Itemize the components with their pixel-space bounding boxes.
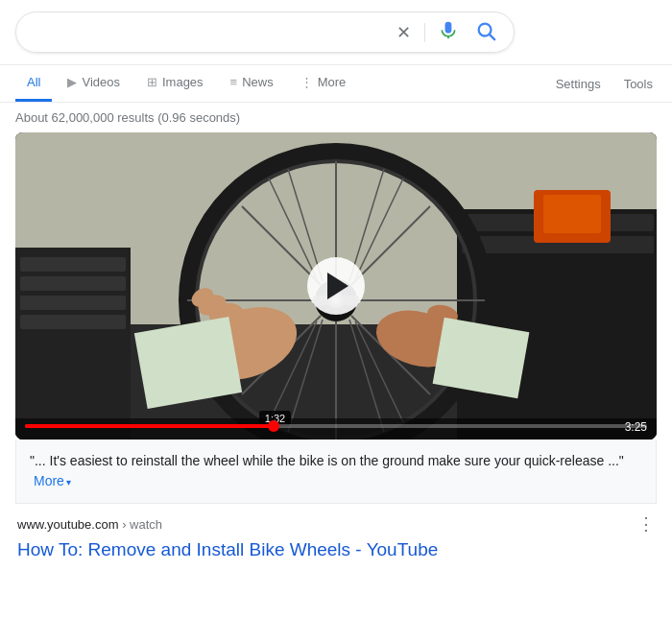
tab-news-label: News [242,75,274,89]
search-input[interactable]: how to install the wheel on a bike [30,24,393,41]
play-button[interactable] [307,257,365,315]
tab-news[interactable]: ≡ News [219,65,285,102]
tab-more-label: More [318,75,347,89]
tab-videos[interactable]: ▶ Videos [56,65,132,102]
mic-icon [439,21,458,40]
tools-link[interactable]: Tools [620,67,657,101]
progress-bar[interactable] [25,424,647,428]
tab-all-label: All [27,75,40,89]
result-url-path: › watch [122,517,162,532]
svg-rect-9 [20,315,126,329]
clear-search-button[interactable]: ✕ [393,22,415,43]
snippet-more-link[interactable]: More▾ [34,473,71,488]
tab-more[interactable]: ⋮ More [289,65,358,102]
result-title-text: How To: Remove and Install Bike Wheels -… [17,539,438,559]
results-count-text: About 62,000,000 results (0.96 seconds) [15,110,240,125]
svg-line-1 [490,35,494,39]
progress-thumb [268,420,279,432]
result-title-link[interactable]: How To: Remove and Install Bike Wheels -… [17,539,438,559]
svg-rect-14 [543,195,601,233]
news-icon: ≡ [230,75,238,89]
nav-right: Settings Tools [552,67,657,101]
svg-rect-7 [20,276,126,291]
result-meta: www.youtube.com › watch ⋮ How To: Remove… [15,513,657,562]
snippet-more-label: More [34,473,64,488]
search-icons: ✕ [393,20,500,44]
search-bar-area: how to install the wheel on a bike ✕ [0,0,672,65]
search-button[interactable] [471,20,500,44]
chevron-down-icon: ▾ [66,477,71,487]
result-url-row: www.youtube.com › watch ⋮ [17,513,655,535]
video-thumbnail[interactable]: 1:32 3:25 [15,132,657,440]
results-count: About 62,000,000 results (0.96 seconds) [0,103,672,132]
tab-images-label: Images [162,75,204,89]
more-icon: ⋮ [300,75,313,89]
svg-rect-8 [20,296,126,310]
play-icon [327,273,348,299]
tab-images[interactable]: ⊞ Images [135,65,215,102]
videos-icon: ▶ [67,75,77,89]
tab-all[interactable]: All [15,65,52,102]
tab-videos-label: Videos [82,75,120,89]
svg-rect-39 [134,317,242,409]
snippet-text: "... It's easiest to reinstall the wheel… [30,453,624,468]
svg-rect-6 [20,257,126,272]
snippet-area: "... It's easiest to reinstall the wheel… [15,440,657,504]
duration-label: 3:25 [625,420,647,434]
images-icon: ⊞ [147,75,157,89]
settings-link[interactable]: Settings [552,67,605,101]
search-bar: how to install the wheel on a bike ✕ [15,12,515,53]
mic-button[interactable] [435,21,462,43]
result-options-icon[interactable]: ⋮ [637,513,655,535]
progress-filled [25,424,274,428]
result-domain: www.youtube.com [17,517,119,532]
nav-tabs: All ▶ Videos ⊞ Images ≡ News ⋮ More Sett… [0,65,672,103]
video-progress-area: 1:32 3:25 [15,418,657,440]
video-container[interactable]: 1:32 3:25 [15,132,657,440]
divider [424,23,425,42]
search-icon [475,20,496,41]
result-url: www.youtube.com › watch [17,517,162,532]
